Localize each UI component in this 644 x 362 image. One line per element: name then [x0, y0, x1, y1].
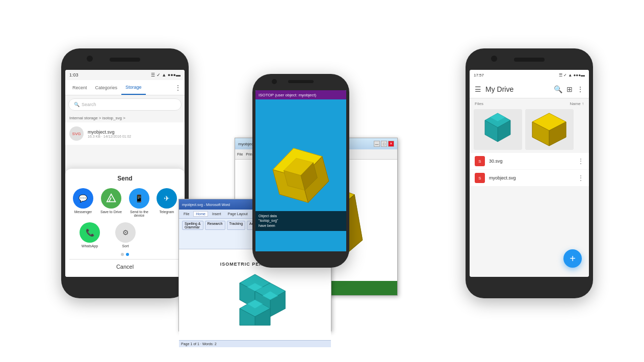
cancel-button[interactable]: Cancel — [69, 259, 181, 271]
tab-page-layout[interactable]: Page Layout — [225, 211, 250, 217]
drive-title: My Drive — [485, 85, 550, 93]
left-status-icons: ☰ ✓ ▲ ●●●▬ — [151, 72, 181, 77]
word-status-bar: Page 1 of 1 · Words: 2 — [179, 340, 331, 347]
app-whatsapp[interactable]: 📞 WhatsApp — [80, 222, 100, 248]
app-save-drive[interactable]: Save to Drive — [100, 188, 122, 217]
send-title: Send — [69, 175, 181, 182]
left-phone: 1:03 ☰ ✓ ▲ ●●●▬ Recent Categories Storag… — [61, 48, 189, 298]
file-name: myobject.svg — [88, 130, 181, 135]
files-label: Files — [475, 101, 483, 106]
thumb-myobject-svg-preview — [525, 109, 574, 150]
thumb-30svg[interactable] — [474, 109, 522, 150]
list-item-myobjectsvg[interactable]: S myobject.svg ⋮ — [470, 170, 589, 186]
right-phone-screen: 17:57 ☰ ✓ ▲ ●●●▬ ☰ My Drive 🔍 ⊞ ⋮ Files … — [470, 70, 589, 277]
thumb-myobjectsvg[interactable] — [525, 109, 574, 150]
right-phone-camera — [491, 56, 497, 62]
telegram-icon: ✈ — [157, 188, 177, 209]
file-more-icon-1[interactable]: ⋮ — [578, 158, 584, 165]
thumb-30-svg-preview — [474, 109, 522, 150]
app-messenger[interactable]: 💬 Messenger — [73, 188, 93, 217]
search-placeholder: Search — [82, 102, 96, 107]
word-page-info: Page 1 of 1 · Words: 2 — [181, 342, 217, 346]
yellow-3d-object — [263, 136, 339, 216]
file-type-icon: SVG — [69, 126, 84, 141]
tab-file[interactable]: File — [181, 211, 192, 217]
breadcrumb: Internal storage > isotop_svg > — [65, 114, 185, 122]
center-phone: ISOTOP (user object: myobject) Object da… — [252, 74, 349, 268]
tab-storage[interactable]: Storage — [121, 80, 146, 95]
whatsapp-label: WhatsApp — [82, 244, 98, 248]
filename-30svg: 30.svg — [489, 159, 578, 164]
app-telegram[interactable]: ✈ Telegram — [157, 188, 177, 217]
close-button[interactable]: ✕ — [388, 141, 394, 147]
drive-icon — [101, 188, 121, 209]
dot-2 — [126, 253, 129, 256]
minimize-button[interactable]: — — [374, 141, 380, 147]
center-phone-camera — [272, 79, 277, 84]
file-meta: 16.3 KB · 14/12/2016 01:02 — [88, 135, 181, 138]
send-apps-row1: 💬 Messenger Save to Drive 📱 — [69, 188, 181, 217]
tab-insert[interactable]: Insert — [210, 211, 224, 217]
app-send-device[interactable]: 📱 Send to thedevice — [129, 188, 149, 217]
tab-categories[interactable]: Categories — [91, 80, 122, 95]
search-icon: 🔍 — [74, 102, 80, 107]
right-time: 17:57 — [474, 73, 484, 77]
left-status-bar: 1:03 ☰ ✓ ▲ ●●●▬ — [65, 70, 185, 80]
left-phone-screen: 1:03 ☰ ✓ ▲ ●●●▬ Recent Categories Storag… — [65, 70, 185, 277]
file-info: myobject.svg 16.3 KB · 14/12/2016 01:02 — [88, 130, 181, 138]
word-title: myobject.svg - Microsoft Word — [182, 203, 230, 206]
sort-label: Sort — [122, 244, 129, 248]
pagination-dots — [69, 253, 181, 256]
tab-home[interactable]: Home — [193, 211, 208, 217]
center-app-title: ISOTOP (user object: myobject) — [255, 90, 346, 99]
svg-file-icon-1: S — [475, 156, 485, 166]
search-bar[interactable]: 🔍 Search — [68, 98, 182, 111]
maximize-button[interactable]: □ — [381, 141, 387, 147]
ribbon-btn-spelling[interactable]: Spelling &Grammar — [182, 221, 203, 230]
file-more-icon-2[interactable]: ⋮ — [578, 174, 584, 182]
sort-icon: ⚙ — [115, 222, 136, 243]
left-phone-speaker — [110, 58, 140, 62]
right-status-icons: ☰ ✓ ▲ ●●●▬ — [559, 73, 585, 77]
send-device-icon: 📱 — [129, 188, 149, 209]
right-screen-content: 17:57 ☰ ✓ ▲ ●●●▬ ☰ My Drive 🔍 ⊞ ⋮ Files … — [470, 70, 589, 277]
left-phone-camera — [87, 56, 93, 62]
grid-view-icon[interactable]: ⊞ — [566, 85, 573, 93]
file-menu[interactable]: File — [237, 152, 243, 156]
isometric-cube-svg — [224, 272, 286, 328]
filename-myobjectsvg: myobject.svg — [489, 175, 578, 180]
left-tabs: Recent Categories Storage ⋮ — [65, 80, 185, 95]
center-phone-screen: ISOTOP (user object: myobject) Object da… — [255, 90, 346, 251]
fab-add-button[interactable]: + — [563, 249, 582, 268]
tabs-more-icon[interactable]: ⋮ — [174, 84, 182, 92]
right-phone: 17:57 ☰ ✓ ▲ ●●●▬ ☰ My Drive 🔍 ⊞ ⋮ Files … — [466, 48, 593, 298]
drive-toolbar: ☰ My Drive 🔍 ⊞ ⋮ — [470, 80, 589, 98]
tab-recent[interactable]: Recent — [68, 80, 91, 95]
list-item-30svg[interactable]: S 30.svg ⋮ — [470, 153, 589, 169]
send-device-label: Send to thedevice — [130, 210, 148, 217]
file-item[interactable]: SVG myobject.svg 16.3 KB · 14/12/2016 01… — [65, 122, 185, 145]
right-status-bar: 17:57 ☰ ✓ ▲ ●●●▬ — [470, 70, 589, 80]
center-phone-speaker — [288, 80, 314, 83]
window-controls: — □ ✕ — [374, 141, 394, 147]
drive-label: Save to Drive — [100, 210, 122, 214]
left-time: 1:03 — [69, 72, 79, 77]
toast-message: Object data "isotop_svg" have been — [255, 211, 346, 231]
sort-name-label: Name ↑ — [570, 101, 584, 106]
more-options-icon[interactable]: ⋮ — [577, 85, 584, 93]
messenger-label: Messenger — [74, 210, 92, 214]
dot-1 — [121, 253, 124, 256]
file-list: S 30.svg ⋮ S myobject.svg ⋮ — [470, 153, 589, 186]
hamburger-menu-icon[interactable]: ☰ — [475, 85, 481, 93]
messenger-icon: 💬 — [73, 188, 93, 209]
file-thumbnails — [470, 109, 589, 150]
app-sort[interactable]: ⚙ Sort — [115, 222, 136, 248]
ribbon-btn-tracking[interactable]: Tracking — [227, 221, 246, 230]
search-icon[interactable]: 🔍 — [554, 85, 562, 93]
ribbon-btn-research[interactable]: Research — [205, 221, 225, 230]
whatsapp-icon: 📞 — [80, 222, 100, 243]
center-screen-content: ISOTOP (user object: myobject) Object da… — [255, 90, 346, 251]
telegram-label: Telegram — [160, 210, 174, 214]
send-apps-row2: 📞 WhatsApp ⚙ Sort — [69, 222, 181, 248]
svg-file-icon-2: S — [475, 173, 485, 183]
